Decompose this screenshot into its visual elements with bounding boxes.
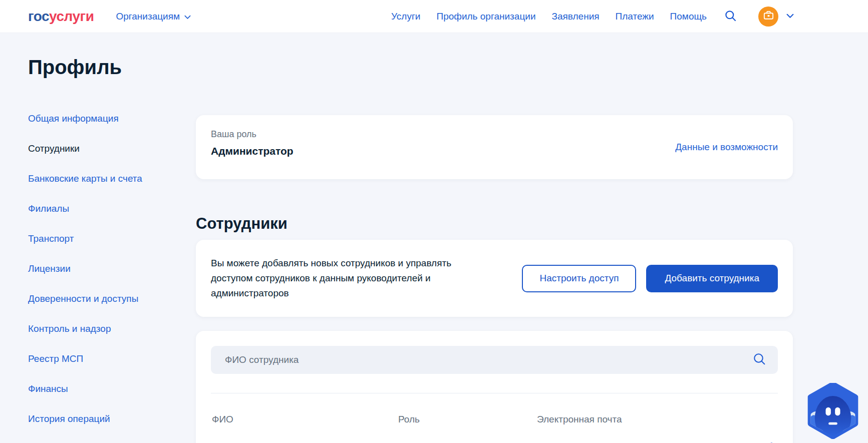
gosuslugi-logo[interactable]: госуслуги bbox=[28, 9, 94, 25]
account-menu-chevron[interactable] bbox=[786, 13, 794, 20]
row-menu-icon[interactable]: ⋮ bbox=[764, 441, 777, 443]
briefcase-icon bbox=[763, 10, 774, 23]
column-header-email: Электронная почта bbox=[537, 414, 764, 425]
profile-sidebar: Общая информация Сотрудники Банковские к… bbox=[28, 80, 196, 443]
nav-link-org-profile[interactable]: Профиль организации bbox=[436, 11, 535, 22]
column-header-fio: ФИО bbox=[212, 414, 398, 425]
chevron-down-icon bbox=[184, 11, 191, 22]
assistant-robot-button[interactable] bbox=[806, 383, 860, 439]
sidebar-item-transport[interactable]: Транспорт bbox=[28, 233, 196, 245]
employees-table-card: ФИО Роль Электронная почта Антонова Мари… bbox=[196, 331, 793, 443]
employees-section-title: Сотрудники bbox=[196, 214, 793, 233]
header-search-button[interactable] bbox=[724, 9, 737, 24]
nav-link-payments[interactable]: Платежи bbox=[616, 11, 654, 22]
sidebar-item-powers-of-attorney[interactable]: Доверенности и доступы bbox=[28, 293, 196, 305]
page-content: Профиль Общая информация Сотрудники Банк… bbox=[0, 54, 868, 443]
add-employee-button[interactable]: Добавить сотрудника bbox=[646, 265, 778, 292]
nav-link-help[interactable]: Помощь bbox=[670, 11, 707, 22]
nav-link-applications[interactable]: Заявления bbox=[552, 11, 600, 22]
sidebar-item-branches[interactable]: Филиалы bbox=[28, 203, 196, 215]
role-card: Ваша роль Администратор Данные и возможн… bbox=[196, 115, 793, 179]
account-avatar[interactable] bbox=[758, 7, 778, 27]
column-header-role: Роль bbox=[398, 414, 537, 425]
employees-actions: Настроить доступ Добавить сотрудника bbox=[522, 265, 778, 292]
main-column: Ваша роль Администратор Данные и возможн… bbox=[196, 80, 793, 443]
sidebar-item-licenses[interactable]: Лицензии bbox=[28, 263, 196, 275]
table-row: Антонова Мария Викторовна Администратор … bbox=[211, 441, 778, 443]
employee-name-link[interactable]: Антонова Мария Викторовна bbox=[212, 441, 398, 443]
search-icon bbox=[724, 9, 737, 24]
employees-info-text: Вы можете добавлять новых сотрудников и … bbox=[211, 256, 457, 301]
search-icon[interactable] bbox=[752, 351, 767, 368]
configure-access-button[interactable]: Настроить доступ bbox=[522, 265, 636, 292]
logo-part-gos: гос bbox=[28, 9, 49, 24]
page-title: Профиль bbox=[28, 54, 793, 80]
employee-search-input[interactable] bbox=[225, 354, 752, 365]
logo-part-uslugi: услуги bbox=[49, 9, 94, 24]
employee-email: iva_fek@list.ru bbox=[537, 441, 764, 443]
sidebar-item-employees[interactable]: Сотрудники bbox=[28, 143, 196, 155]
employee-role: Администратор bbox=[398, 441, 537, 443]
employee-search-field[interactable] bbox=[211, 346, 778, 374]
role-label: Ваша роль bbox=[211, 129, 778, 140]
audience-switcher-label: Организациям bbox=[116, 11, 180, 22]
role-details-link[interactable]: Данные и возможности bbox=[675, 142, 778, 153]
sidebar-item-msp-registry[interactable]: Реестр МСП bbox=[28, 353, 196, 365]
table-divider bbox=[211, 393, 778, 393]
sidebar-item-control-supervision[interactable]: Контроль и надзор bbox=[28, 323, 196, 335]
table-header-row: ФИО Роль Электронная почта bbox=[211, 414, 778, 425]
nav-link-services[interactable]: Услуги bbox=[391, 11, 420, 22]
top-header: госуслуги Организациям Услуги Профиль ор… bbox=[0, 0, 868, 33]
sidebar-item-finances[interactable]: Финансы bbox=[28, 383, 196, 395]
main-nav: Услуги Профиль организации Заявления Пла… bbox=[391, 11, 707, 22]
audience-switcher[interactable]: Организациям bbox=[116, 11, 191, 22]
chevron-down-icon bbox=[786, 13, 794, 20]
sidebar-item-bank-cards[interactable]: Банковские карты и счета bbox=[28, 173, 196, 185]
robot-mascot-icon bbox=[806, 432, 860, 440]
sidebar-item-general-info[interactable]: Общая информация bbox=[28, 113, 196, 125]
sidebar-item-operations-history[interactable]: История операций bbox=[28, 413, 196, 425]
employees-info-card: Вы можете добавлять новых сотрудников и … bbox=[196, 240, 793, 317]
